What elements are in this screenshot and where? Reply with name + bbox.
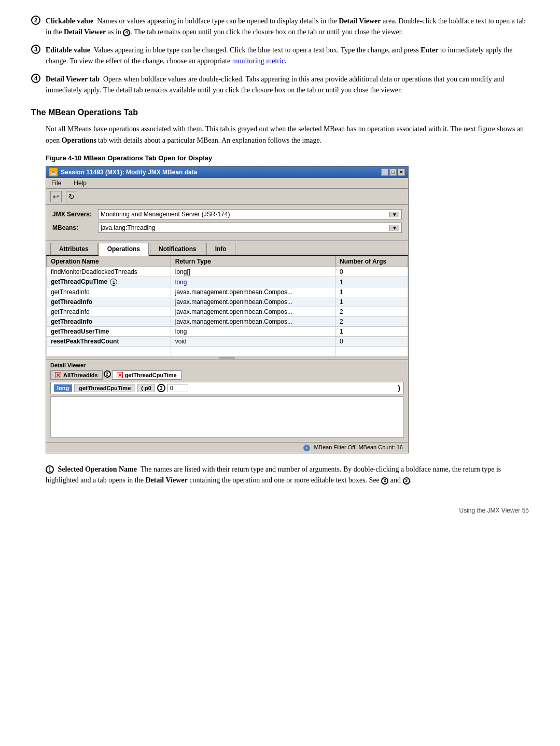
invoke-param: ( p0 (137, 384, 155, 392)
invoke-type: long (54, 384, 72, 392)
circle-3: 3 (31, 45, 40, 54)
detail-tab-allthreadids[interactable]: ✕ AllThreadIds (50, 370, 103, 380)
bottom-ref-2: 2 (381, 477, 388, 485)
op-name-text: getThreadCpuTime (51, 278, 107, 285)
circle-ref-4: 4 (123, 29, 130, 36)
clickable-value-title: Clickable value (46, 17, 93, 25)
num-args-cell: 1 (335, 297, 408, 307)
num-args-cell: 0 (335, 267, 408, 277)
detail-tab-badge: 2 (104, 370, 111, 378)
menu-bar: File Help (46, 178, 408, 189)
empty-cell (335, 347, 408, 356)
table-header-row: Operation Name Return Type Number of Arg… (47, 256, 408, 267)
refresh-button[interactable]: ↻ (66, 191, 77, 202)
intro-2-bold2: Detail Viewer (64, 28, 106, 36)
op-name-cell-bold[interactable]: getThreadUserTime (47, 327, 171, 337)
op-name-cell[interactable]: getThreadInfo (47, 287, 171, 297)
window-frame: ☕ Session 11493 (MX1): Modify JMX MBean … (46, 166, 409, 453)
return-type-cell: javax.management.openmbean.Compos... (171, 297, 335, 307)
jmx-input[interactable]: Monitoring and Management Server (JSR-17… (98, 209, 402, 219)
maximize-button[interactable]: □ (389, 169, 397, 176)
invoke-method[interactable]: getThreadCpuTime (74, 384, 135, 392)
invoke-badge: 3 (157, 384, 165, 392)
title-bar-controls[interactable]: _ □ ✕ (381, 169, 405, 176)
menu-file[interactable]: File (49, 179, 63, 187)
jmx-server-row: JMX Servers: Monitoring and Management S… (52, 209, 402, 219)
app-icon: ☕ (49, 168, 58, 176)
mbeans-input[interactable]: java.lang:Threading ▼ (98, 223, 402, 233)
invoke-row: long getThreadCpuTime ( p0 3 ) (50, 382, 404, 394)
table-row: getThreadUserTime long 1 (47, 327, 408, 337)
intro-block-3: 3 Editable value Values appearing in blu… (31, 45, 529, 66)
op-name-cell[interactable]: getThreadInfo (47, 307, 171, 317)
col-header-return-type: Return Type (171, 256, 335, 267)
return-type-cell: long (171, 277, 335, 287)
toolbar: ↩ ↻ (46, 189, 408, 205)
intro-4-text: Opens when boldface values are double-cl… (46, 75, 505, 94)
bottom-note-text3: and (388, 476, 402, 484)
mbeans-label: MBeans: (52, 224, 94, 231)
intro-2-text3: as in (106, 28, 123, 36)
num-args-cell: 0 (335, 337, 408, 347)
bottom-note-bold1: Detail Viewer (145, 476, 187, 484)
section-heading: The MBean Operations Tab (31, 108, 529, 117)
splitter-handle (219, 357, 235, 358)
op-name-cell-bold[interactable]: getThreadCpuTime 1 (47, 277, 171, 287)
detail-tab-label-1: AllThreadIds (63, 372, 98, 378)
col-header-operation-name: Operation Name (47, 256, 171, 267)
table-row: getThreadInfo javax.management.openmbean… (47, 307, 408, 317)
editable-value-title: Editable value (46, 46, 90, 54)
section-body: Not all MBeans have operations associate… (46, 123, 529, 146)
mbeans-row: MBeans: java.lang:Threading ▼ (52, 223, 402, 233)
intro-2-bold1: Detail Viewer (339, 17, 381, 25)
op-name-cell-bold[interactable]: getThreadInfo (47, 297, 171, 307)
op-name-cell-bold[interactable]: getThreadInfo (47, 317, 171, 327)
tab-operations[interactable]: Operations (99, 243, 149, 256)
return-type-cell: javax.management.openmbean.Compos... (171, 307, 335, 317)
tab-attributes[interactable]: Attributes (50, 243, 97, 255)
tab-close-icon[interactable]: ✕ (55, 372, 61, 378)
table-row: getThreadInfo javax.management.openmbean… (47, 317, 408, 327)
bottom-note-text4: . (410, 476, 412, 484)
server-fields: JMX Servers: Monitoring and Management S… (46, 205, 408, 241)
tab-close-icon-2[interactable]: ✕ (117, 372, 123, 378)
bottom-note-text2: containing the operation and one or more… (188, 476, 382, 484)
detail-content-area (50, 396, 404, 438)
table-row: getThreadCpuTime 1 long 1 (47, 277, 408, 287)
bottom-note: 1 Selected Operation Name The names are … (31, 464, 529, 486)
title-bar-left: ☕ Session 11493 (MX1): Modify JMX MBean … (49, 168, 197, 176)
operations-table-area: Operation Name Return Type Number of Arg… (46, 256, 408, 356)
detail-viewer-text: Detail Viewer (50, 362, 86, 368)
intro-block-2: 2 Clickable value Names or values appear… (31, 16, 529, 37)
num-args-cell: 2 (335, 307, 408, 317)
status-text: MBean Filter Off. MBean Count: 16 (314, 444, 403, 450)
detail-viewer-tab-title: Detail Viewer tab (46, 75, 100, 83)
detail-tab-getthreadcputime[interactable]: ✕ getThreadCpuTime (112, 370, 181, 380)
undo-button[interactable]: ↩ (50, 191, 62, 202)
detail-viewer-label: Detail Viewer ✕ AllThreadIds 2 ✕ getThre… (46, 360, 408, 442)
jmx-dropdown-arrow[interactable]: ▼ (389, 212, 399, 217)
tab-info[interactable]: Info (206, 243, 235, 255)
bottom-circle-1: 1 (46, 465, 54, 474)
return-type-cell: long (171, 327, 335, 337)
invoke-input[interactable] (167, 384, 188, 392)
menu-help[interactable]: Help (72, 179, 89, 187)
op-name-cell-bold[interactable]: resetPeakThreadCount (47, 337, 171, 347)
table-row: getThreadInfo javax.management.openmbean… (47, 287, 408, 297)
status-bar: i MBean Filter Off. MBean Count: 16 (46, 442, 408, 453)
intro-3-text3: . (285, 57, 287, 65)
minimize-button[interactable]: _ (381, 169, 388, 176)
monitoring-metric-link[interactable]: monitoring metric (232, 57, 285, 65)
circle-2: 2 (31, 16, 40, 25)
empty-cell (47, 347, 171, 356)
op-name-cell[interactable]: findMonitorDeadlockedThreads (47, 267, 171, 277)
section-body-text2: tab with details about a particular MBea… (96, 136, 322, 144)
figure-label: Figure 4-10 MBean Operations Tab Open fo… (46, 154, 529, 162)
circle-4: 4 (31, 74, 40, 83)
close-button[interactable]: ✕ (398, 169, 405, 176)
page-number: Using the JMX Viewer 55 (459, 507, 529, 514)
tab-notifications[interactable]: Notifications (150, 243, 205, 255)
mbeans-dropdown-arrow[interactable]: ▼ (389, 225, 399, 231)
title-bar: ☕ Session 11493 (MX1): Modify JMX MBean … (46, 167, 408, 178)
detail-tab-label-2: getThreadCpuTime (125, 372, 177, 378)
